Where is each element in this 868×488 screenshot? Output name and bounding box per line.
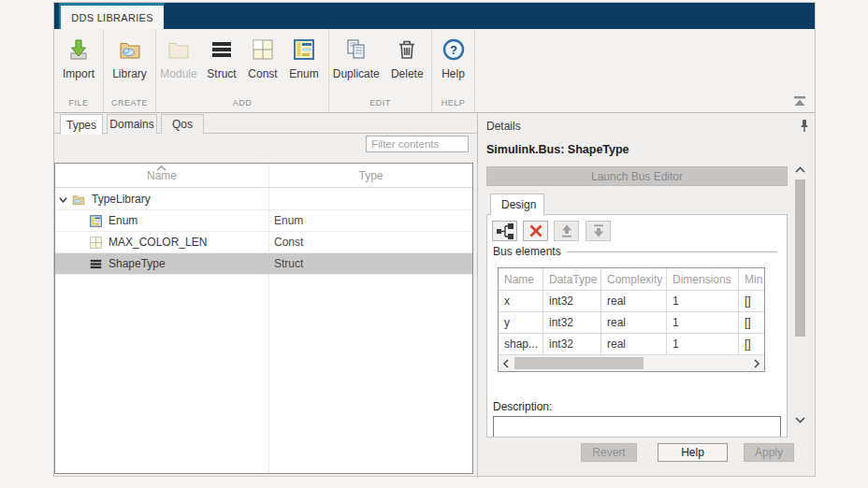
collapse-ribbon-icon[interactable] <box>792 94 809 109</box>
col-datatype[interactable]: DataType <box>543 268 601 291</box>
enum-icon <box>89 214 103 228</box>
move-down-icon <box>591 223 606 238</box>
scroll-right-icon[interactable] <box>749 355 764 371</box>
add-bus-element-button[interactable] <box>492 221 517 241</box>
col-min[interactable]: Min <box>739 268 764 291</box>
tree-row-max-color-len[interactable]: MAX_COLOR_LEN Const <box>55 232 472 253</box>
cell[interactable]: y <box>499 312 543 334</box>
module-icon <box>166 36 191 64</box>
tab-dds-libraries[interactable]: DDS LIBRARIES <box>59 3 165 29</box>
cell[interactable]: int32 <box>543 291 601 312</box>
delete-element-icon <box>528 223 543 238</box>
revert-button[interactable]: Revert <box>581 443 637 462</box>
group-add: Module Struct <box>156 29 329 112</box>
delete-element-button[interactable] <box>523 221 548 241</box>
tree-row-enum[interactable]: Enum Enum <box>55 210 472 232</box>
pin-icon[interactable] <box>800 119 809 133</box>
description-label: Description: <box>493 400 552 413</box>
duplicate-icon <box>344 36 369 64</box>
group-label-add: ADD <box>156 96 328 112</box>
scroll-left-icon[interactable] <box>499 355 514 371</box>
module-button[interactable]: Module <box>156 36 201 80</box>
bus-table-row-x[interactable]: x int32 real 1 [] <box>499 291 764 312</box>
types-tree-table: Name Type TypeLibrary <box>54 163 473 474</box>
panel-tab-bar: Types Domains Qos <box>54 113 477 134</box>
move-down-button[interactable] <box>586 221 611 241</box>
help-icon: ? <box>441 36 466 64</box>
group-create: Library CREATE <box>104 29 156 112</box>
horizontal-scrollbar[interactable] <box>499 355 764 371</box>
enum-button[interactable]: Enum <box>283 36 325 80</box>
cell[interactable]: shap... <box>499 334 543 355</box>
struct-icon <box>89 257 103 271</box>
column-header-type[interactable]: Type <box>268 164 473 187</box>
const-button[interactable]: Const <box>242 36 283 80</box>
tree-header: Name Type <box>55 164 472 188</box>
delete-button[interactable]: Delete <box>383 36 431 80</box>
cell[interactable]: 1 <box>667 312 739 334</box>
cell[interactable]: [] <box>739 312 764 334</box>
struct-button[interactable]: Struct <box>201 36 242 80</box>
bus-table-row-shape[interactable]: shap... int32 real 1 [] <box>499 334 764 355</box>
tab-types[interactable]: Types <box>60 114 103 135</box>
tree-row-label: MAX_COLOR_LEN <box>108 236 207 249</box>
cell[interactable]: [] <box>739 291 764 312</box>
col-dimensions[interactable]: Dimensions <box>667 268 739 291</box>
help-footer-button[interactable]: Help <box>658 443 728 462</box>
cell[interactable]: [] <box>739 334 764 355</box>
bus-elements-label: Bus elements <box>493 245 567 258</box>
group-edit: Duplicate Delete <box>329 29 432 112</box>
details-scrollbar[interactable] <box>794 163 806 436</box>
tab-design[interactable]: Design <box>490 194 544 215</box>
folder-cloud-icon <box>71 193 86 207</box>
dds-libraries-window: DDS LIBRARIES Import FILE <box>53 2 816 477</box>
launch-bus-editor-button[interactable]: Launch Bus Editor <box>486 166 788 186</box>
tab-qos[interactable]: Qos <box>161 114 204 134</box>
toolstrip: Import FILE Library <box>54 29 815 113</box>
duplicate-button[interactable]: Duplicate <box>329 36 383 80</box>
import-button[interactable]: Import <box>54 36 103 80</box>
cell[interactable]: real <box>601 334 667 355</box>
tree-row-typelibrary[interactable]: TypeLibrary <box>55 189 472 210</box>
tree-row-shapetype[interactable]: ShapeType Struct <box>55 253 472 275</box>
cell[interactable]: int32 <box>543 312 601 334</box>
chevron-down-icon[interactable] <box>58 194 71 205</box>
column-header-name[interactable]: Name <box>55 164 268 187</box>
group-file: Import FILE <box>54 29 104 112</box>
scroll-down-icon[interactable] <box>794 413 806 426</box>
library-button[interactable]: Library <box>104 36 155 80</box>
const-icon <box>89 236 103 250</box>
cell[interactable]: real <box>601 312 667 334</box>
group-label-create: CREATE <box>104 96 155 112</box>
scroll-thumb[interactable] <box>795 179 805 337</box>
enum-icon <box>292 36 316 64</box>
struct-icon <box>210 36 234 64</box>
screen: DDS LIBRARIES Import FILE <box>0 0 868 488</box>
col-complexity[interactable]: Complexity <box>601 268 667 291</box>
details-title: Details <box>486 120 521 133</box>
bus-table-row-y[interactable]: y int32 real 1 [] <box>499 312 764 334</box>
tree-row-label: Enum <box>108 214 137 227</box>
tab-domains[interactable]: Domains <box>107 114 157 134</box>
description-input[interactable] <box>493 416 781 438</box>
tree-row-type: Enum <box>274 214 303 227</box>
cell[interactable]: 1 <box>667 291 739 312</box>
col-name[interactable]: Name <box>499 268 543 291</box>
group-label-help: HELP <box>432 96 474 112</box>
cell[interactable]: real <box>601 291 667 312</box>
tree-row-type: Struct <box>274 257 303 270</box>
scroll-up-icon[interactable] <box>794 163 806 176</box>
move-up-button[interactable] <box>554 221 579 241</box>
filter-input[interactable] <box>366 136 469 152</box>
tree-row-type: Const <box>274 236 303 249</box>
cell[interactable]: 1 <box>667 334 739 355</box>
cell[interactable]: x <box>499 291 543 312</box>
bus-elements-table: Name DataType Complexity Dimensions Min … <box>498 267 765 372</box>
cell[interactable]: int32 <box>543 334 601 355</box>
help-button[interactable]: ? Help <box>432 36 474 80</box>
group-label-edit: EDIT <box>329 96 431 112</box>
move-up-icon <box>559 223 574 238</box>
apply-button[interactable]: Apply <box>744 443 794 462</box>
scroll-thumb[interactable] <box>514 357 644 369</box>
bus-title: Simulink.Bus: ShapeType <box>486 143 629 156</box>
